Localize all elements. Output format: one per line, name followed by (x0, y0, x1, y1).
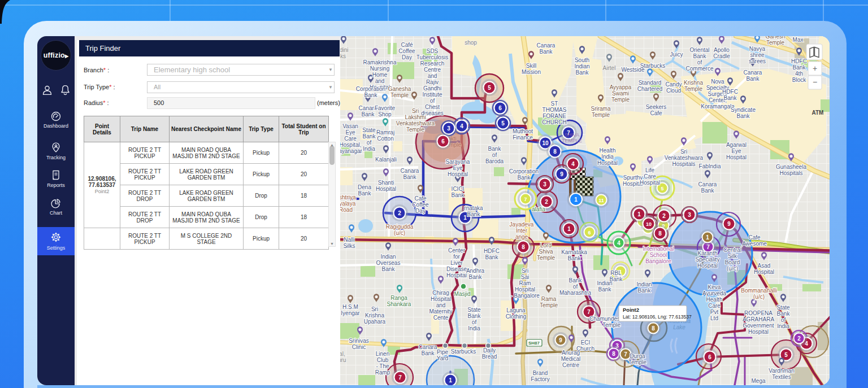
svg-text:Canara: Canara (698, 181, 717, 188)
svg-text:Hospital: Hospital (431, 296, 451, 302)
svg-text:6: 6 (708, 354, 711, 360)
svg-text:Temple: Temple (540, 302, 558, 308)
svg-text:Asad: Asad (758, 263, 771, 269)
svg-text:Bank: Bank (485, 254, 499, 260)
svg-text:Club: Club (377, 357, 389, 363)
svg-text:5: 5 (784, 352, 788, 358)
svg-text:Health: Health (706, 297, 723, 303)
svg-text:CHURCH: CHURCH (542, 119, 566, 125)
svg-text:India: India (363, 146, 375, 152)
svg-text:SHIVA: SHIVA (565, 132, 579, 138)
svg-text:Venkateshwara: Venkateshwara (665, 155, 704, 161)
svg-text:shree: shree (750, 52, 764, 58)
svg-text:Care: Care (708, 303, 721, 309)
svg-text:Bank: Bank (364, 92, 378, 98)
svg-text:Juicy: Juicy (670, 51, 683, 58)
svg-text:5: 5 (488, 85, 491, 91)
svg-text:4: 4 (617, 240, 620, 246)
svg-text:Bank: Bank (468, 313, 481, 319)
svg-text:ROOPENA: ROOPENA (744, 310, 772, 316)
svg-text:Srinivas: Srinivas (349, 338, 369, 344)
svg-text:TEMPLE: TEMPLE (562, 138, 582, 143)
svg-text:Masjid: Masjid (454, 291, 471, 297)
svg-text:(u/c): (u/c) (727, 265, 738, 272)
svg-text:South: South (575, 57, 589, 63)
svg-text:Hospital: Hospital (726, 154, 747, 160)
svg-text:Lakshmi: Lakshmi (405, 114, 426, 120)
svg-text:4: 4 (460, 123, 463, 129)
svg-text:State: State (467, 307, 481, 313)
svg-text:Canara: Canara (744, 69, 762, 76)
svg-text:Skill: Skill (526, 63, 536, 69)
svg-text:Bank: Bank (576, 69, 589, 76)
svg-text:luru: luru (340, 357, 346, 363)
svg-text:Centre: Centre (424, 67, 441, 73)
svg-text:Muthoot: Muthoot (513, 128, 533, 134)
svg-text:9: 9 (559, 337, 562, 343)
svg-text:Eye: Eye (345, 129, 355, 136)
svg-text:Hospitals: Hospitals (779, 170, 802, 176)
svg-text:Bank: Bank (747, 76, 760, 82)
svg-text:Kalanjali: Kalanjali (375, 156, 397, 163)
svg-text:Hospital: Hospital (376, 186, 396, 192)
svg-text:6: 6 (588, 230, 591, 236)
svg-text:Maharashtra: Maharashtra (559, 290, 592, 296)
svg-text:3: 3 (447, 125, 450, 132)
svg-text:sarees: sarees (749, 58, 766, 64)
svg-text:Vasan: Vasan (342, 123, 358, 129)
svg-text:Life: Life (645, 167, 655, 173)
svg-text:5: 5 (501, 120, 505, 127)
svg-text:Cente: Cente (433, 315, 449, 321)
svg-text:Standard: Standard (639, 80, 662, 86)
svg-text:Inter: Inter (516, 228, 528, 234)
svg-text:Koramangala: Koramangala (701, 103, 735, 110)
svg-text:Shiva: Shiva (539, 249, 553, 255)
svg-text:Lat: 12.908106, Lng: 77.613537: Lat: 12.908106, Lng: 77.613537 (623, 314, 692, 320)
svg-text:lks: lks (340, 53, 346, 59)
svg-text:Karnataka: Karnataka (561, 249, 587, 255)
svg-text:Srirama: Srirama (591, 106, 610, 112)
svg-text:Indian: Indian (380, 254, 396, 260)
svg-text:Cafe: Cafe (650, 110, 662, 116)
svg-text:ST: ST (551, 101, 558, 107)
svg-text:Bank: Bank (518, 175, 531, 181)
svg-text:Textiles: Textiles (772, 374, 791, 380)
svg-text:Chirag: Chirag (432, 290, 449, 296)
svg-text:Daily: Daily (483, 347, 496, 354)
svg-text:Bank: Bank (358, 190, 372, 197)
svg-text:Bank: Bank (363, 133, 376, 139)
svg-text:Commerce: Commerce (686, 66, 714, 72)
svg-text:Hospital: Hospital (748, 329, 769, 335)
svg-text:Awesome: Awesome (742, 241, 767, 247)
svg-text:Oriental: Oriental (689, 47, 709, 53)
svg-text:SH87: SH87 (528, 341, 540, 346)
svg-text:Hospital: Hospital (446, 272, 467, 278)
svg-text:Coffee: Coffee (412, 202, 429, 208)
svg-text:8: 8 (658, 230, 662, 237)
svg-text:Nova: Nova (711, 79, 724, 85)
svg-text:Bank: Bank (638, 287, 652, 294)
svg-text:SDS: SDS (427, 48, 439, 54)
svg-text:of: of (697, 59, 702, 66)
svg-text:Bank: Bank (467, 211, 481, 217)
svg-text:Apollo: Apollo (714, 47, 730, 53)
svg-text:Day: Day (402, 54, 412, 60)
svg-text:alafia: alafia (532, 206, 545, 212)
svg-text:1: 1 (574, 197, 578, 203)
svg-text:Silks: Silks (343, 243, 355, 249)
svg-text:Ramraj: Ramraj (376, 129, 394, 136)
svg-text:Corporation: Corporation (356, 86, 385, 92)
svg-text:Ram: Ram (519, 280, 531, 286)
svg-text:Canara: Canara (419, 344, 437, 350)
svg-text:and: and (375, 78, 385, 84)
svg-text:Baroda: Baroda (485, 158, 504, 164)
svg-text:Liver: Liver (450, 260, 463, 266)
svg-text:Bank: Bank (488, 146, 502, 152)
svg-text:Government: Government (743, 322, 774, 329)
svg-text:Dena: Dena (358, 184, 371, 190)
svg-text:Temple: Temple (592, 112, 610, 118)
svg-text:Clinic: Clinic (352, 344, 366, 350)
svg-text:Canara: Canara (537, 42, 555, 49)
svg-text:Health: Health (600, 147, 616, 154)
svg-text:Shanti: Shanti (378, 180, 394, 186)
